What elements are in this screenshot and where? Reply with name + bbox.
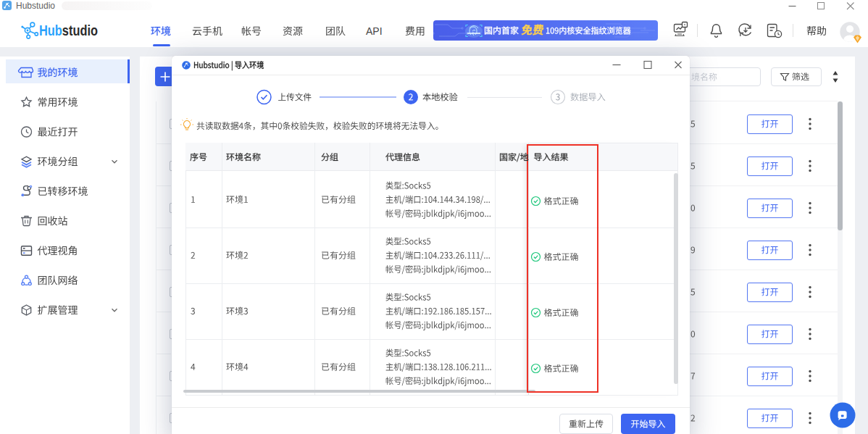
- svg-text:Hubstudio: Hubstudio: [16, 1, 55, 11]
- svg-text:API: API: [366, 25, 383, 37]
- svg-text:Hubstudio: Hubstudio: [39, 23, 98, 39]
